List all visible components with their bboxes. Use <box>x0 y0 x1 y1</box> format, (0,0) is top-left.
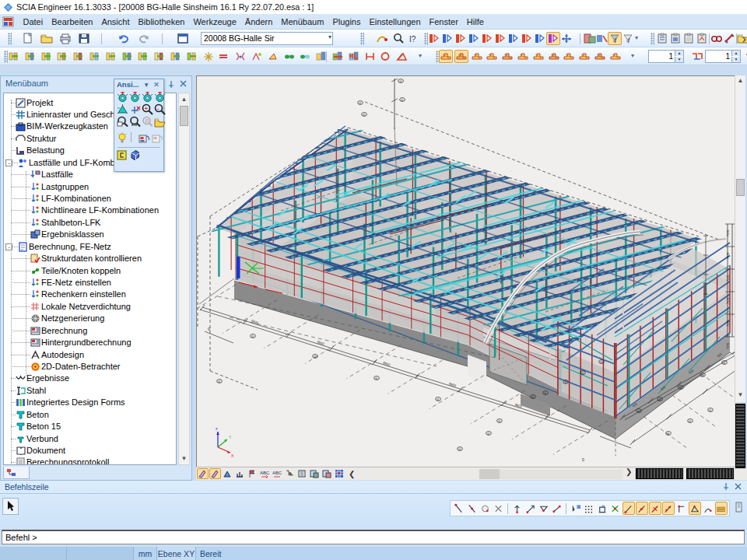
svg-text:0: 0 <box>437 397 440 401</box>
svg-text:7370: 7370 <box>727 320 730 327</box>
svg-text:0: 0 <box>488 432 490 436</box>
svg-text:7370: 7370 <box>727 253 730 259</box>
svg-text:z: z <box>216 426 218 431</box>
svg-text:ABC: ABC <box>272 471 282 475</box>
svg-text:0: 0 <box>710 408 712 412</box>
svg-text:Y: Y <box>229 435 232 439</box>
svg-text:-: - <box>156 104 159 111</box>
svg-text:7370: 7370 <box>727 343 730 349</box>
svg-text:0: 0 <box>689 419 692 423</box>
svg-text:0: 0 <box>252 334 254 338</box>
svg-text:0: 0 <box>363 113 366 117</box>
svg-text:5800: 5800 <box>317 340 325 346</box>
svg-text:0: 0 <box>400 79 402 83</box>
svg-text:+: + <box>144 105 147 110</box>
svg-text:7370: 7370 <box>727 275 730 282</box>
svg-text:0: 0 <box>376 376 378 380</box>
svg-text:R: R <box>145 118 149 124</box>
svg-text:ABC: ABC <box>260 471 269 475</box>
svg-text:0: 0 <box>359 101 362 105</box>
svg-text:f: f <box>615 37 617 43</box>
svg-text:f: f <box>628 37 630 43</box>
svg-text:0: 0 <box>402 98 404 102</box>
svg-text:0: 0 <box>459 447 461 451</box>
svg-text:X: X <box>231 453 234 458</box>
svg-text:0: 0 <box>499 419 501 423</box>
svg-text:0: 0 <box>314 355 317 359</box>
svg-text:0: 0 <box>668 432 670 436</box>
svg-text:7370: 7370 <box>727 230 730 236</box>
svg-text:Ι?: Ι? <box>409 35 416 44</box>
svg-text:7370: 7370 <box>727 298 730 304</box>
svg-text:0: 0 <box>582 457 584 462</box>
svg-text:0: 0 <box>208 327 210 331</box>
svg-text:0: 0 <box>219 380 221 383</box>
